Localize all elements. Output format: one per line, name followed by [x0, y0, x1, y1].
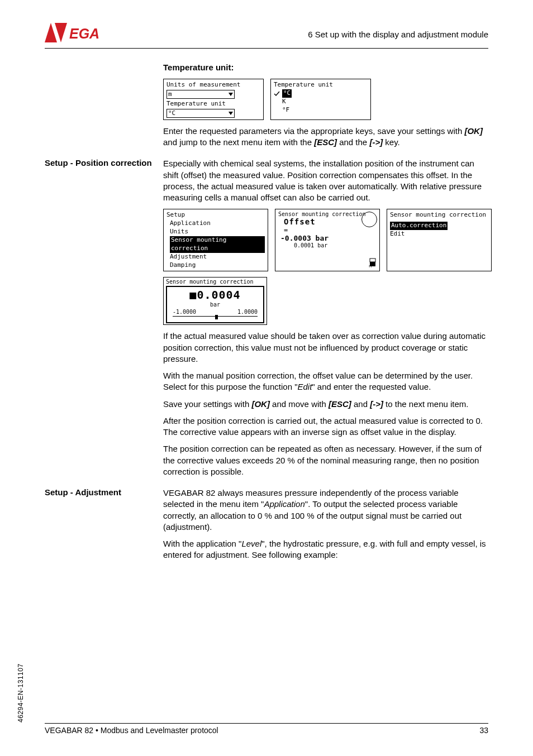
lcd-offset-sub: 0.0001 bar — [278, 242, 377, 248]
lcd-offset-value: -0.0003 bar — [278, 234, 377, 242]
lcd-menu-item-selected[interactable]: Sensor mounting correction — [166, 236, 265, 253]
lcd-correction-options: Sensor mounting correction Auto.correcti… — [387, 209, 492, 271]
check-icon — [274, 90, 280, 97]
body-text: The position correction can be repeated … — [163, 443, 492, 477]
sidebar-heading-position: Setup - Position correction — [45, 158, 163, 168]
lcd-option[interactable]: K — [274, 98, 368, 106]
page-header: EGA 6 Set up with the display and adjust… — [45, 22, 488, 49]
body-text: Save your settings with [OK] and move wi… — [163, 399, 492, 410]
lcd-field-value: °C — [168, 109, 175, 118]
sidebar-heading-adjustment: Setup - Adjustment — [45, 487, 163, 497]
lcd-title: Sensor mounting correction — [390, 211, 488, 219]
lcd-value-editor: Sensor mounting correction ■0.0004 bar -… — [163, 277, 267, 325]
lcd-title: Setup — [166, 211, 265, 219]
lcd-field-value: m — [168, 90, 172, 99]
logo: EGA — [45, 22, 106, 46]
body-text: VEGABAR 82 always measures pressure inde… — [163, 487, 488, 533]
lcd-menu-item-selected[interactable]: Auto.correction — [390, 222, 488, 230]
lcd-dropdown-units[interactable]: m — [166, 90, 235, 99]
lcd-option-selected[interactable]: °C — [274, 89, 368, 98]
page-number: 33 — [479, 726, 488, 735]
page-footer: VEGABAR 82 • Modbus and Levelmaster prot… — [45, 723, 488, 735]
lcd-temperature-unit-options: Temperature unit °C K °F — [270, 79, 371, 120]
lcd-setup-menu: Setup Application Units Sensor mounting … — [163, 209, 268, 271]
lcd-editor-scale: -1.00001.0000 — [173, 309, 258, 315]
slider-track-icon — [173, 316, 258, 319]
body-text: If the actual measured value should be t… — [163, 331, 492, 365]
body-text: Especially with chemical seal systems, t… — [163, 158, 492, 203]
body-text: After the position correction is carried… — [163, 415, 492, 438]
lcd-menu-item[interactable]: Application — [166, 219, 265, 228]
header-section-title: 6 Set up with the display and adjustment… — [308, 30, 488, 39]
lcd-label: Temperature unit — [166, 100, 260, 108]
footer-left: VEGABAR 82 • Modbus and Levelmaster prot… — [45, 726, 218, 735]
lcd-menu-item[interactable]: Damping — [166, 261, 265, 270]
svg-text:↑P: ↑P — [368, 264, 373, 267]
lcd-label: Temperature unit — [274, 81, 368, 89]
temperature-heading: Temperature unit: — [163, 62, 488, 73]
svg-rect-4 — [370, 259, 375, 262]
svg-text:EGA: EGA — [69, 26, 99, 41]
lcd-option-label: °C — [282, 89, 292, 98]
body-text: Enter the requested parameters via the a… — [163, 126, 488, 149]
lcd-title: Sensor mounting correction — [166, 279, 264, 285]
svg-marker-0 — [45, 23, 57, 42]
lcd-dropdown-temp[interactable]: °C — [166, 109, 235, 118]
lcd-editor-value[interactable]: ■0.0004 — [173, 288, 258, 302]
tank-icon: ↑P — [368, 257, 377, 269]
body-text: With the manual position correction, the… — [163, 370, 492, 393]
lcd-option[interactable]: °F — [274, 106, 368, 114]
vega-logo-icon: EGA — [45, 22, 106, 46]
lcd-units-measurement: Units of measurement m Temperature unit … — [163, 79, 264, 120]
chevron-down-icon — [229, 112, 233, 115]
body-text: With the application "Level", the hydros… — [163, 538, 488, 561]
lcd-label: Units of measurement — [166, 81, 260, 89]
lcd-offset-display: Sensor mounting correction Offset = -0.0… — [275, 209, 380, 271]
document-id-vertical: 46294-EN-131107 — [17, 663, 25, 722]
lcd-menu-item[interactable]: Units — [166, 228, 265, 236]
chevron-down-icon — [229, 93, 233, 96]
lcd-menu-item[interactable]: Adjustment — [166, 253, 265, 261]
svg-marker-1 — [55, 23, 67, 42]
lcd-menu-item[interactable]: Edit — [390, 230, 488, 238]
lcd-editor-unit: bar — [173, 302, 258, 308]
lcd-equals: = — [278, 226, 377, 234]
